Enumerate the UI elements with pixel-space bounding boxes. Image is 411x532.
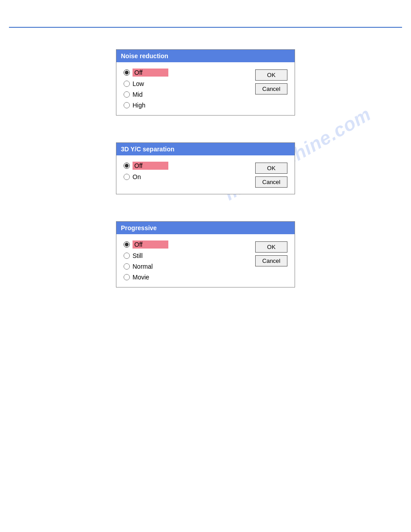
noise-reduction-body: Off Low Mid High OK Cancel bbox=[116, 62, 295, 115]
noise-option-low[interactable]: Low bbox=[124, 80, 251, 87]
progressive-title: Progressive bbox=[116, 222, 295, 234]
progressive-radio-movie[interactable] bbox=[124, 274, 130, 280]
top-rule bbox=[9, 27, 402, 28]
progressive-label-normal: Normal bbox=[133, 263, 153, 270]
yc-separation-dialog: 3D Y/C separation Off On OK Cancel bbox=[116, 142, 295, 194]
noise-label-mid: Mid bbox=[133, 91, 143, 98]
yc-separation-title: 3D Y/C separation bbox=[116, 143, 295, 155]
noise-label-high: High bbox=[133, 102, 146, 109]
noise-ok-button[interactable]: OK bbox=[255, 69, 287, 81]
progressive-body: Off Still Normal Movie OK Cancel bbox=[116, 234, 295, 287]
progressive-options: Off Still Normal Movie bbox=[124, 240, 251, 281]
yc-separation-body: Off On OK Cancel bbox=[116, 155, 295, 194]
yc-label-off: Off bbox=[133, 162, 168, 170]
noise-reduction-title: Noise reduction bbox=[116, 50, 295, 62]
progressive-label-off: Off bbox=[133, 240, 168, 249]
noise-cancel-button[interactable]: Cancel bbox=[255, 83, 287, 94]
noise-reduction-dialog: Noise reduction Off Low Mid High bbox=[116, 49, 295, 116]
progressive-option-off[interactable]: Off bbox=[124, 240, 251, 249]
yc-cancel-button[interactable]: Cancel bbox=[255, 176, 287, 188]
dialogs-container: Noise reduction Off Low Mid High bbox=[0, 40, 411, 287]
progressive-option-movie[interactable]: Movie bbox=[124, 274, 251, 281]
noise-radio-high[interactable] bbox=[124, 102, 130, 108]
noise-option-mid[interactable]: Mid bbox=[124, 91, 251, 98]
yc-option-off[interactable]: Off bbox=[124, 162, 251, 170]
progressive-label-still: Still bbox=[133, 252, 143, 259]
noise-radio-low[interactable] bbox=[124, 81, 130, 87]
yc-option-on[interactable]: On bbox=[124, 173, 251, 180]
progressive-buttons: OK Cancel bbox=[255, 240, 287, 266]
progressive-radio-normal[interactable] bbox=[124, 263, 130, 270]
noise-radio-off[interactable] bbox=[124, 69, 130, 76]
noise-radio-mid[interactable] bbox=[124, 91, 130, 98]
progressive-label-movie: Movie bbox=[133, 274, 149, 281]
progressive-radio-still[interactable] bbox=[124, 253, 130, 259]
noise-option-off[interactable]: Off bbox=[124, 69, 251, 77]
progressive-option-still[interactable]: Still bbox=[124, 252, 251, 259]
noise-label-low: Low bbox=[133, 80, 144, 87]
noise-label-off: Off bbox=[133, 69, 168, 77]
progressive-radio-off[interactable] bbox=[124, 241, 130, 248]
progressive-ok-button[interactable]: OK bbox=[255, 241, 287, 253]
yc-ok-button[interactable]: OK bbox=[255, 163, 287, 174]
noise-reduction-options: Off Low Mid High bbox=[124, 69, 251, 109]
yc-label-on: On bbox=[133, 173, 141, 180]
progressive-option-normal[interactable]: Normal bbox=[124, 263, 251, 270]
yc-separation-buttons: OK Cancel bbox=[255, 162, 287, 188]
progressive-dialog: Progressive Off Still Normal Movie bbox=[116, 221, 295, 287]
yc-separation-options: Off On bbox=[124, 162, 251, 180]
progressive-cancel-button[interactable]: Cancel bbox=[255, 255, 287, 266]
noise-option-high[interactable]: High bbox=[124, 102, 251, 109]
noise-reduction-buttons: OK Cancel bbox=[255, 69, 287, 94]
yc-radio-off[interactable] bbox=[124, 163, 130, 169]
yc-radio-on[interactable] bbox=[124, 174, 130, 180]
